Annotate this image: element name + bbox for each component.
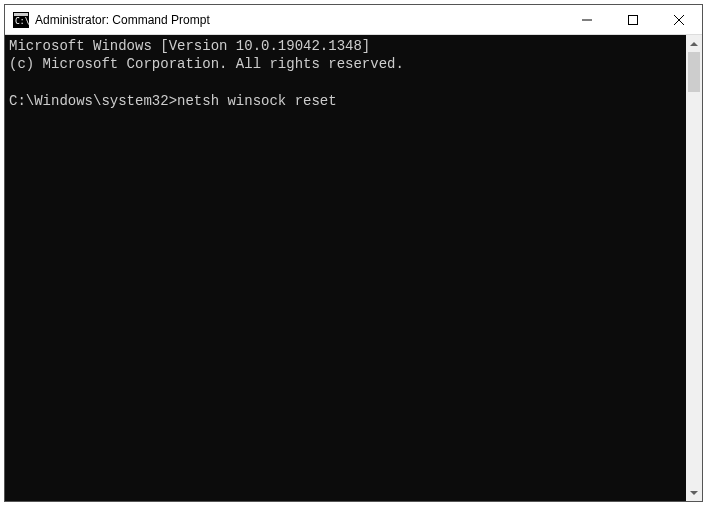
- scroll-thumb[interactable]: [688, 52, 700, 92]
- window-controls: [564, 5, 702, 34]
- terminal-area: Microsoft Windows [Version 10.0.19042.13…: [5, 35, 702, 501]
- minimize-button[interactable]: [564, 5, 610, 34]
- vertical-scrollbar[interactable]: [686, 35, 702, 501]
- terminal-output[interactable]: Microsoft Windows [Version 10.0.19042.13…: [5, 35, 686, 501]
- svg-text:C:\: C:\: [15, 17, 29, 26]
- minimize-icon: [582, 15, 592, 25]
- command-prompt-window: C:\ Administrator: Command Prompt: [4, 4, 703, 502]
- scroll-up-button[interactable]: [686, 35, 702, 52]
- close-button[interactable]: [656, 5, 702, 34]
- chevron-down-icon: [690, 491, 698, 495]
- svg-rect-4: [629, 15, 638, 24]
- close-icon: [674, 15, 684, 25]
- svg-rect-1: [14, 13, 28, 16]
- scroll-down-button[interactable]: [686, 484, 702, 501]
- version-line: Microsoft Windows [Version 10.0.19042.13…: [9, 38, 370, 54]
- titlebar[interactable]: C:\ Administrator: Command Prompt: [5, 5, 702, 35]
- chevron-up-icon: [690, 42, 698, 46]
- window-title: Administrator: Command Prompt: [35, 13, 564, 27]
- cmd-icon: C:\: [13, 12, 29, 28]
- maximize-icon: [628, 15, 638, 25]
- copyright-line: (c) Microsoft Corporation. All rights re…: [9, 56, 404, 72]
- command-input[interactable]: netsh winsock reset: [177, 93, 337, 109]
- scroll-track[interactable]: [686, 52, 702, 484]
- maximize-button[interactable]: [610, 5, 656, 34]
- prompt-text: C:\Windows\system32>: [9, 93, 177, 109]
